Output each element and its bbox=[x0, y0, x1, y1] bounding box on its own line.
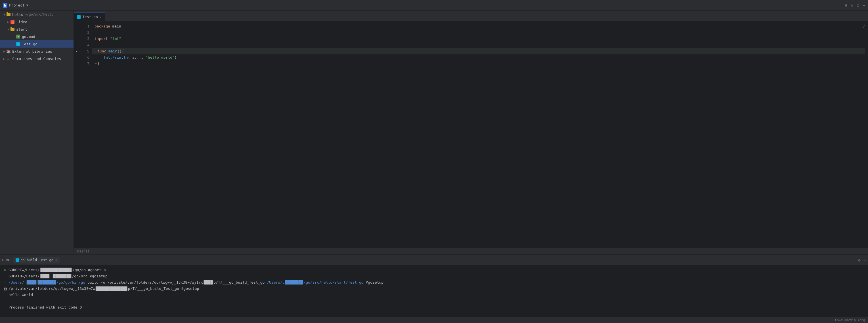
sidebar-item-gomod[interactable]: M go.mod bbox=[0, 33, 73, 40]
console-line-empty bbox=[0, 298, 868, 304]
run-tab-build[interactable]: go build Test.go ✕ bbox=[13, 257, 59, 263]
console-gutter-wrap: ⇄ bbox=[2, 279, 8, 286]
console-goroot-text: GOROOT=/Users/██████████████/go/go #gose… bbox=[8, 267, 106, 273]
console-line-helloworld: hello world bbox=[0, 292, 868, 298]
line-numbers: 1 2 3 4 5 6 7 bbox=[80, 22, 92, 248]
console-output: ▶ GOROOT=/Users/██████████████/go/go #go… bbox=[0, 265, 868, 317]
run-actions: ⚙ − bbox=[858, 258, 866, 262]
paren-args: ( bbox=[128, 55, 132, 61]
console-empty-text bbox=[8, 298, 11, 304]
console-gutter-run: ▶ bbox=[2, 267, 8, 273]
gutter-2 bbox=[74, 30, 80, 36]
keyword-package: package bbox=[95, 23, 113, 30]
sidebar-item-idea[interactable]: ▶ .idea bbox=[0, 18, 73, 26]
app-container: Project ▼ ⊕ ⇆ ⚙ − ▼ hello ~/go/src/hello bbox=[0, 0, 868, 323]
param-a: a...: bbox=[132, 55, 146, 61]
console-line-private: 🗑 /private/var/folders/qc/twgwwj_13x38w7… bbox=[0, 286, 868, 292]
arrow-idea: ▶ bbox=[6, 21, 10, 24]
ln-6: 6 bbox=[80, 55, 89, 61]
run-tab-close[interactable]: ✕ bbox=[55, 258, 57, 262]
sidebar-item-start[interactable]: ▼ start bbox=[0, 26, 73, 33]
scratches-icon: ✏ bbox=[6, 57, 11, 61]
keyword-func: func bbox=[97, 48, 108, 55]
collapse-icon[interactable]: ⇆ bbox=[851, 3, 853, 8]
dropdown-icon[interactable]: ▼ bbox=[26, 4, 28, 7]
build-link-2[interactable]: /Users/c████████/go/src/hello/start/Test… bbox=[267, 280, 364, 284]
arrow-scratches: ▶ bbox=[2, 57, 6, 60]
println-call: Println bbox=[113, 55, 128, 61]
sidebar-item-scratches[interactable]: ▶ ✏ Scratches and Consoles bbox=[0, 55, 73, 62]
tab-bar: Test.go ✕ bbox=[74, 11, 868, 22]
keyword-import: import bbox=[95, 36, 110, 42]
svg-rect-1 bbox=[4, 4, 5, 6]
sidebar-item-hello[interactable]: ▼ hello ~/go/src/hello bbox=[0, 11, 73, 18]
idea-label: .idea bbox=[16, 20, 27, 24]
gutter-3 bbox=[74, 36, 80, 42]
project-title[interactable]: Project ▼ bbox=[3, 3, 28, 8]
hello-string: "hello world" bbox=[146, 55, 175, 61]
tab-file-icon bbox=[77, 15, 81, 19]
import-string: "fmt" bbox=[110, 36, 121, 42]
gutter-5: ▶ bbox=[74, 48, 80, 55]
paren-open: (){ bbox=[117, 48, 124, 55]
wrap-icon: ⇄ bbox=[4, 279, 6, 286]
start-folder-icon bbox=[10, 27, 15, 31]
settings-icon[interactable]: ⚙ bbox=[857, 3, 859, 8]
run-label: Run: bbox=[2, 258, 11, 262]
fold-close-icon: ⌐ bbox=[95, 61, 97, 67]
arrow-extlibs: ▶ bbox=[2, 50, 6, 53]
project-label: Project bbox=[9, 3, 25, 7]
success-checkmark: ✓ bbox=[862, 24, 865, 29]
status-bar: CSGN ©Kevin Yang bbox=[0, 317, 868, 323]
folder-icon-hello bbox=[6, 12, 11, 17]
tab-label: Test.go bbox=[82, 15, 98, 19]
run-icon: ▶ bbox=[4, 267, 6, 273]
idea-folder-icon bbox=[10, 20, 15, 24]
console-gopath-text: GOPATH=/Users/████ ████████/go/src #gose… bbox=[8, 273, 107, 279]
title-bar: Project ▼ ⊕ ⇆ ⚙ − bbox=[0, 0, 868, 11]
editor-gutter: ▶ bbox=[74, 22, 80, 248]
start-label: start bbox=[16, 27, 27, 31]
build-link-1[interactable]: /Users/r████ ████████/go/go/bin/go bbox=[8, 280, 85, 284]
console-line-goroot: ▶ GOROOT=/Users/██████████████/go/go #go… bbox=[0, 267, 868, 273]
ln-4: 4 bbox=[80, 42, 89, 48]
editor-scrollbar[interactable] bbox=[865, 22, 868, 248]
indent bbox=[95, 55, 103, 61]
arrow-hello: ▼ bbox=[2, 13, 6, 16]
project-icon bbox=[3, 3, 7, 8]
run-tab-icon bbox=[16, 258, 19, 262]
del-icon: 🗑 bbox=[3, 286, 7, 292]
testgo-icon: G bbox=[16, 42, 21, 46]
run-settings-icon[interactable]: ⚙ bbox=[858, 258, 860, 262]
sidebar: ▼ hello ~/go/src/hello ▶ .idea ▼ bbox=[0, 11, 74, 254]
editor-area: Test.go ✕ ▶ 1 2 bbox=[74, 11, 868, 254]
sidebar-item-testgo[interactable]: G Test.go bbox=[0, 40, 73, 47]
gutter-4 bbox=[74, 42, 80, 48]
run-close-icon[interactable]: − bbox=[864, 258, 866, 262]
code-line-3: import "fmt" bbox=[92, 36, 865, 42]
console-line-gopath: GOPATH=/Users/████ ████████/go/src #gose… bbox=[0, 273, 868, 279]
console-line-process: Process finished with exit code 0 bbox=[0, 304, 868, 311]
minimize-icon[interactable]: − bbox=[863, 3, 865, 8]
code-content: package main import "fmt" ⌐func main(){ bbox=[92, 22, 865, 248]
add-icon[interactable]: ⊕ bbox=[845, 3, 847, 8]
tab-close-button[interactable]: ✕ bbox=[100, 15, 102, 19]
run-tab-label: go build Test.go bbox=[21, 258, 53, 262]
editor-status-text: main() bbox=[77, 249, 89, 253]
hello-label: hello bbox=[12, 12, 23, 17]
scratches-label: Scratches and Consoles bbox=[12, 57, 61, 61]
run-header: Run: go build Test.go ✕ ⚙ − bbox=[0, 255, 868, 265]
ln-5: 5 bbox=[80, 48, 89, 55]
code-editor[interactable]: ▶ 1 2 3 4 5 6 7 pa bbox=[74, 22, 868, 248]
editor-tab-testgo[interactable]: Test.go ✕ bbox=[74, 12, 105, 21]
code-line-2 bbox=[92, 30, 865, 36]
code-line-7: ⌐} bbox=[92, 61, 865, 67]
ln-3: 3 bbox=[80, 36, 89, 42]
package-name: main bbox=[113, 23, 121, 30]
console-process-text: Process finished with exit code 0 bbox=[8, 304, 82, 311]
ln-2: 2 bbox=[80, 30, 89, 36]
fold-icon: ⌐ bbox=[95, 48, 97, 55]
testgo-label: Test.go bbox=[22, 42, 37, 46]
sidebar-item-extlibs[interactable]: ▶ 📚 External Libraries bbox=[0, 47, 73, 55]
svg-rect-2 bbox=[5, 5, 6, 6]
